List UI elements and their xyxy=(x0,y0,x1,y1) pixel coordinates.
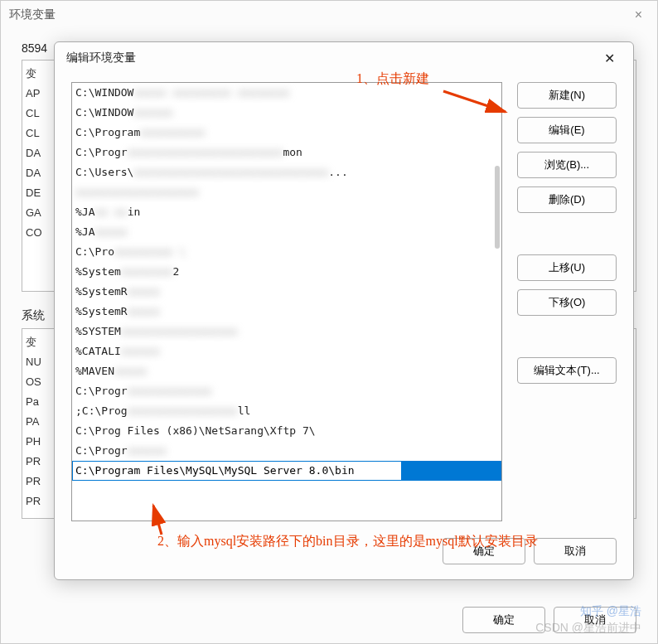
edit-button[interactable]: 编辑(E) xyxy=(517,117,617,143)
inner-body: C:\WINDOWxxxxx xxxxxxxxx xxxxxxxx C:\WIN… xyxy=(55,74,633,538)
scrollbar[interactable] xyxy=(495,166,500,249)
inner-ok-button[interactable]: 确定 xyxy=(443,538,525,564)
path-row[interactable]: %JAxx xxin xyxy=(72,202,501,222)
outer-titlebar: 环境变量 × xyxy=(1,1,657,29)
delete-button[interactable]: 删除(D) xyxy=(517,186,617,213)
edittext-button[interactable]: 编辑文本(T)... xyxy=(517,357,617,384)
inner-footer: 确定 取消 xyxy=(55,538,633,579)
path-row[interactable]: %Systemxxxxxxxx2 xyxy=(72,262,501,282)
path-row[interactable]: %SYSTEMxxxxxxxxxxxxxxxxxx xyxy=(72,322,501,341)
close-icon[interactable]: × xyxy=(628,4,649,26)
edit-env-var-dialog: 编辑环境变量 ✕ C:\WINDOWxxxxx xxxxxxxxx xxxxxx… xyxy=(54,41,634,580)
path-row[interactable]: %SystemRxxxxx xyxy=(72,282,501,302)
path-row[interactable]: C:\Progrxxxxxx xyxy=(72,441,501,461)
outer-footer: 确定 取消 xyxy=(462,607,636,633)
selected-path-text: C:\Program Files\MySQL\MySQL Server 8.0\… xyxy=(75,461,355,481)
browse-button[interactable]: 浏览(B)... xyxy=(517,152,617,178)
path-row[interactable]: C:\Progrxxxxxxxxxxxxx xyxy=(72,381,501,401)
selection-highlight xyxy=(401,462,501,480)
outer-ok-button[interactable]: 确定 xyxy=(462,607,545,633)
path-row[interactable]: %CATALIxxxxxx xyxy=(72,341,501,361)
outer-title: 环境变量 xyxy=(9,7,56,22)
path-row[interactable]: C:\WINDOWxxxxxx xyxy=(72,103,501,123)
path-row[interactable]: C:\Users\xxxxxxxxxxxxxxxxxxxxxxxxxxxxxx.… xyxy=(72,162,501,182)
path-row[interactable]: C:\Programxxxxxxxxxx xyxy=(72,123,501,143)
movedown-button[interactable]: 下移(O) xyxy=(517,289,617,316)
path-row[interactable]: %JAxxxxx xyxy=(72,222,501,242)
path-row[interactable]: C:\WINDOWxxxxx xxxxxxxxx xxxxxxxx xyxy=(72,83,501,103)
path-row[interactable]: %MAVENxxxxx xyxy=(72,361,501,381)
path-row[interactable]: %SystemRxxxxx xyxy=(72,302,501,322)
outer-cancel-button[interactable]: 取消 xyxy=(554,607,636,633)
moveup-button[interactable]: 上移(U) xyxy=(517,254,617,281)
path-row[interactable]: xxxxxxxxxxxxxxxxxxx xyxy=(72,182,501,202)
buttons-column: 新建(N) 编辑(E) 浏览(B)... 删除(D) 上移(U) 下移(O) 编… xyxy=(517,82,617,521)
path-row[interactable]: C:\Proxxxxxxxxx \ xyxy=(72,242,501,262)
path-row[interactable]: C:\Prog Files (x86)\NetSarang\Xftp 7\ xyxy=(72,421,501,441)
inner-cancel-button[interactable]: 取消 xyxy=(534,538,617,564)
inner-titlebar: 编辑环境变量 ✕ xyxy=(55,42,633,74)
path-row[interactable]: ;C:\Progxxxxxxxxxxxxxxxxxll xyxy=(72,401,501,421)
new-button[interactable]: 新建(N) xyxy=(517,82,617,109)
path-row[interactable]: C:\Progrxxxxxxxxxxxxxxxxxxxxxxxxmon xyxy=(72,143,501,162)
paths-listbox[interactable]: C:\WINDOWxxxxx xxxxxxxxx xxxxxxxx C:\WIN… xyxy=(71,82,502,521)
close-icon[interactable]: ✕ xyxy=(598,47,622,70)
inner-title: 编辑环境变量 xyxy=(66,51,136,65)
path-row-selected[interactable]: C:\Program Files\MySQL\MySQL Server 8.0\… xyxy=(72,461,501,481)
